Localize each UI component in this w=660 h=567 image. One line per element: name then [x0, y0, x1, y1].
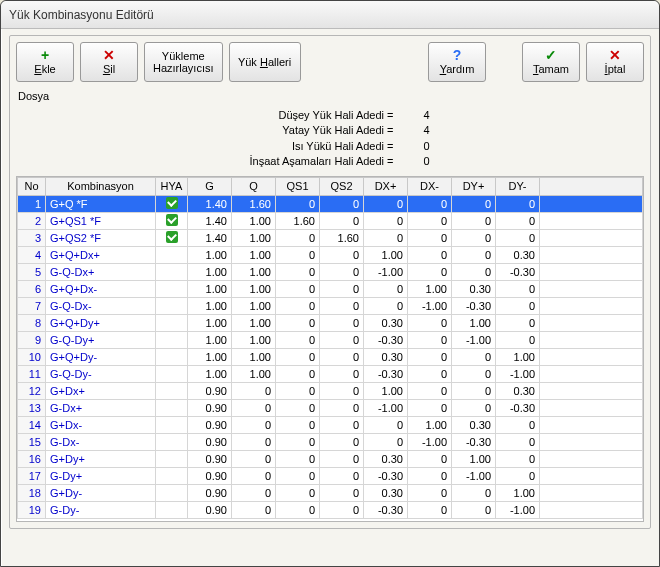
value-cell[interactable]: 0	[496, 450, 540, 467]
combination-cell[interactable]: G+Dx+	[46, 382, 156, 399]
value-cell[interactable]: 1.00	[232, 365, 276, 382]
combination-cell[interactable]: G+QS1 *F	[46, 212, 156, 229]
value-cell[interactable]: 0	[452, 348, 496, 365]
value-cell[interactable]: 1.00	[232, 246, 276, 263]
value-cell[interactable]: 0	[320, 382, 364, 399]
hya-cell[interactable]	[156, 450, 188, 467]
wizard-button[interactable]: Yükleme Hazırlayıcısı	[144, 42, 223, 82]
value-cell[interactable]: 0	[496, 195, 540, 212]
combination-cell[interactable]: G+Q *F	[46, 195, 156, 212]
value-cell[interactable]: -0.30	[364, 331, 408, 348]
value-cell[interactable]: -1.00	[408, 297, 452, 314]
hya-cell[interactable]	[156, 229, 188, 246]
value-cell[interactable]: 0	[232, 467, 276, 484]
value-cell[interactable]: 0	[320, 331, 364, 348]
value-cell[interactable]: 1.00	[188, 297, 232, 314]
hya-cell[interactable]	[156, 195, 188, 212]
hya-cell[interactable]	[156, 246, 188, 263]
help-button[interactable]: ? Yardım	[428, 42, 486, 82]
delete-button[interactable]: ✕ Sil	[80, 42, 138, 82]
value-cell[interactable]: 0	[364, 416, 408, 433]
value-cell[interactable]: 0	[364, 212, 408, 229]
value-cell[interactable]: 1.00	[452, 314, 496, 331]
value-cell[interactable]: 0	[364, 297, 408, 314]
value-cell[interactable]: 0	[452, 212, 496, 229]
value-cell[interactable]: 0	[276, 399, 320, 416]
table-row[interactable]: 14G+Dx-0.9000001.000.300	[18, 416, 643, 433]
value-cell[interactable]: 1.00	[364, 246, 408, 263]
hya-cell[interactable]	[156, 365, 188, 382]
value-cell[interactable]: 0	[232, 382, 276, 399]
value-cell[interactable]: -1.00	[364, 263, 408, 280]
hya-cell[interactable]	[156, 382, 188, 399]
table-row[interactable]: 8G+Q+Dy+1.001.00000.3001.000	[18, 314, 643, 331]
value-cell[interactable]: 0	[320, 246, 364, 263]
value-cell[interactable]: 0	[320, 297, 364, 314]
value-cell[interactable]: -1.00	[496, 365, 540, 382]
hya-cell[interactable]	[156, 399, 188, 416]
value-cell[interactable]: 0	[496, 297, 540, 314]
value-cell[interactable]: 1.40	[188, 212, 232, 229]
value-cell[interactable]: -1.00	[452, 331, 496, 348]
value-cell[interactable]: 0	[408, 246, 452, 263]
value-cell[interactable]: 0	[276, 263, 320, 280]
value-cell[interactable]: 0.90	[188, 501, 232, 518]
value-cell[interactable]: 0	[320, 365, 364, 382]
value-cell[interactable]: -1.00	[496, 501, 540, 518]
value-cell[interactable]: 1.00	[408, 416, 452, 433]
value-cell[interactable]: 0	[320, 399, 364, 416]
table-row[interactable]: 7G-Q-Dx-1.001.00000-1.00-0.300	[18, 297, 643, 314]
value-cell[interactable]: 1.00	[452, 450, 496, 467]
column-header[interactable]: DX-	[408, 177, 452, 195]
column-header[interactable]: HYA	[156, 177, 188, 195]
value-cell[interactable]: 0.30	[496, 246, 540, 263]
grid-container[interactable]: NoKombinasyonHYAGQQS1QS2DX+DX-DY+DY- 1G+…	[16, 176, 644, 522]
combinations-table[interactable]: NoKombinasyonHYAGQQS1QS2DX+DX-DY+DY- 1G+…	[17, 177, 643, 519]
table-row[interactable]: 5G-Q-Dx+1.001.0000-1.0000-0.30	[18, 263, 643, 280]
combination-cell[interactable]: G+Q+Dy+	[46, 314, 156, 331]
value-cell[interactable]: 0	[276, 297, 320, 314]
value-cell[interactable]: -0.30	[364, 467, 408, 484]
value-cell[interactable]: 0	[408, 399, 452, 416]
value-cell[interactable]: 0	[408, 331, 452, 348]
value-cell[interactable]: 1.60	[320, 229, 364, 246]
cancel-button[interactable]: ✕ İptal	[586, 42, 644, 82]
value-cell[interactable]: 0	[408, 467, 452, 484]
value-cell[interactable]: 0.30	[452, 280, 496, 297]
value-cell[interactable]: 0	[232, 484, 276, 501]
table-row[interactable]: 17G-Dy+0.90000-0.300-1.000	[18, 467, 643, 484]
table-row[interactable]: 4G+Q+Dx+1.001.00001.00000.30	[18, 246, 643, 263]
value-cell[interactable]: 1.00	[188, 246, 232, 263]
value-cell[interactable]: 0	[408, 382, 452, 399]
value-cell[interactable]: 0	[232, 416, 276, 433]
file-menu[interactable]: Dosya	[18, 90, 49, 102]
value-cell[interactable]: -1.00	[452, 467, 496, 484]
table-row[interactable]: 13G-Dx+0.90000-1.0000-0.30	[18, 399, 643, 416]
table-row[interactable]: 6G+Q+Dx-1.001.000001.000.300	[18, 280, 643, 297]
value-cell[interactable]: 0	[496, 467, 540, 484]
value-cell[interactable]: 0	[276, 501, 320, 518]
combination-cell[interactable]: G-Q-Dy-	[46, 365, 156, 382]
table-row[interactable]: 15G-Dx-0.900000-1.00-0.300	[18, 433, 643, 450]
value-cell[interactable]: 0	[408, 314, 452, 331]
value-cell[interactable]: 0	[276, 382, 320, 399]
value-cell[interactable]: 0	[276, 348, 320, 365]
value-cell[interactable]: 0	[496, 229, 540, 246]
table-row[interactable]: 18G+Dy-0.900000.30001.00	[18, 484, 643, 501]
value-cell[interactable]: 0	[408, 229, 452, 246]
value-cell[interactable]: -0.30	[364, 365, 408, 382]
value-cell[interactable]: 0.30	[364, 314, 408, 331]
value-cell[interactable]: 0	[452, 246, 496, 263]
value-cell[interactable]: 1.00	[188, 263, 232, 280]
value-cell[interactable]: 0	[276, 331, 320, 348]
combination-cell[interactable]: G+Q+Dx+	[46, 246, 156, 263]
hya-cell[interactable]	[156, 416, 188, 433]
hya-cell[interactable]	[156, 280, 188, 297]
value-cell[interactable]: 0.30	[364, 484, 408, 501]
value-cell[interactable]: 1.00	[188, 280, 232, 297]
value-cell[interactable]: 0	[408, 212, 452, 229]
value-cell[interactable]: 0	[320, 484, 364, 501]
value-cell[interactable]: 0	[276, 365, 320, 382]
value-cell[interactable]: 0	[232, 501, 276, 518]
value-cell[interactable]: 0	[452, 195, 496, 212]
